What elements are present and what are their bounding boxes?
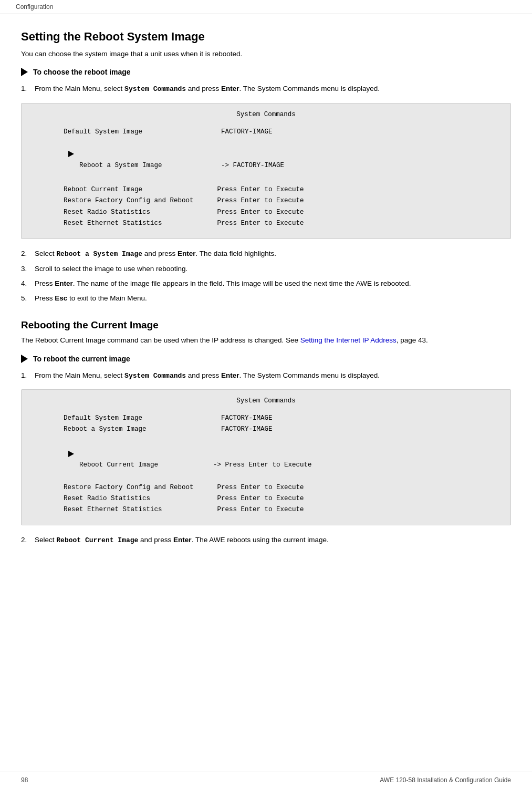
step-num: 1. bbox=[21, 84, 35, 94]
terminal-line: Reboot Current Image Press Enter to Exec… bbox=[48, 184, 500, 195]
step-text: Press Esc to exit to the Main Menu. bbox=[35, 293, 511, 304]
step-text: Select Reboot a System Image and press E… bbox=[35, 248, 511, 260]
terminal-title-2: System Commands bbox=[22, 397, 510, 405]
step-num: 3. bbox=[21, 264, 35, 274]
step-2-1: 1. From the Main Menu, select System Com… bbox=[21, 370, 511, 381]
guide-title: AWE 120-58 Installation & Configuration … bbox=[380, 776, 511, 784]
step-text: Press Enter. The name of the image file … bbox=[35, 278, 511, 289]
step-num: 1. bbox=[21, 370, 35, 381]
code-system-commands: System Commands bbox=[124, 85, 186, 93]
terminal-line: Restore Factory Config and Reboot Press … bbox=[48, 195, 500, 206]
terminal-line: Reboot a System Image FACTORY-IMAGE bbox=[48, 424, 500, 435]
section1-title: Setting the Reboot System Image bbox=[21, 30, 511, 44]
step-1-1: 1. From the Main Menu, select System Com… bbox=[21, 84, 511, 95]
step-num: 2. bbox=[21, 248, 35, 259]
page-content: Setting the Reboot System Image You can … bbox=[0, 14, 532, 575]
section1-intro: You can choose the system image that a u… bbox=[21, 49, 511, 59]
code-reboot-system-image: Reboot a System Image bbox=[56, 250, 142, 258]
step-2-2: 2. Select Reboot Current Image and press… bbox=[21, 535, 511, 546]
section1-steps-2-5: 2. Select Reboot a System Image and pres… bbox=[21, 248, 511, 304]
step-text: From the Main Menu, select System Comman… bbox=[35, 370, 511, 381]
step-num: 4. bbox=[21, 278, 35, 289]
terminal-line: Reset Ethernet Statistics Press Enter to… bbox=[48, 218, 500, 229]
code-reboot-current-image: Reboot Current Image bbox=[56, 536, 138, 544]
page-header: Configuration bbox=[0, 0, 532, 14]
terminal-line: Default System Image FACTORY-IMAGE bbox=[48, 413, 500, 424]
step-num: 5. bbox=[21, 293, 35, 304]
step-1-3: 3. Scroll to select the image to use whe… bbox=[21, 264, 511, 274]
code-system-commands-2: System Commands bbox=[124, 372, 186, 380]
step-text: Select Reboot Current Image and press En… bbox=[35, 535, 511, 546]
page-number: 98 bbox=[21, 776, 28, 784]
bold-enter: Enter bbox=[178, 250, 196, 257]
step-text: Scroll to select the image to use when r… bbox=[35, 264, 511, 274]
bold-enter: Enter bbox=[221, 371, 239, 379]
terminal-line: Reset Ethernet Statistics Press Enter to… bbox=[48, 504, 500, 515]
terminal-line-arrow2: Reboot Current Image -> Press Enter to E… bbox=[48, 438, 500, 482]
bold-esc: Esc bbox=[55, 294, 67, 302]
page-footer: 98 AWE 120-58 Installation & Configurati… bbox=[0, 772, 532, 788]
section2-subheading: To reboot the current image bbox=[21, 355, 511, 363]
step-1-4: 4. Press Enter. The name of the image fi… bbox=[21, 278, 511, 289]
arrow-icon-2 bbox=[21, 355, 28, 363]
terminal-lines-2: Default System Image FACTORY-IMAGE Reboo… bbox=[22, 410, 510, 517]
breadcrumb: Configuration bbox=[16, 3, 53, 11]
step-num: 2. bbox=[21, 535, 35, 545]
terminal-line-arrow: Reboot a System Image -> FACTORY-IMAGE bbox=[48, 138, 500, 182]
section2-steps: 1. From the Main Menu, select System Com… bbox=[21, 370, 511, 381]
arrow-icon-1 bbox=[21, 68, 28, 76]
terminal-line: Default System Image FACTORY-IMAGE bbox=[48, 127, 500, 138]
terminal-line: Reset Radio Statistics Press Enter to Ex… bbox=[48, 207, 500, 218]
bold-enter: Enter bbox=[221, 85, 239, 92]
bold-enter: Enter bbox=[55, 279, 73, 287]
link-setting-ip[interactable]: Setting the Internet IP Address bbox=[300, 336, 397, 344]
section1-subheading-text: To choose the reboot image bbox=[33, 68, 131, 76]
bold-enter: Enter bbox=[173, 536, 192, 544]
section2-steps-2: 2. Select Reboot Current Image and press… bbox=[21, 535, 511, 546]
section2-intro: The Reboot Current Image command can be … bbox=[21, 335, 511, 346]
section2-subheading-text: To reboot the current image bbox=[33, 355, 130, 363]
step-text: From the Main Menu, select System Comman… bbox=[35, 84, 511, 95]
terminal-box-2: System Commands Default System Image FAC… bbox=[21, 389, 511, 525]
section2-title: Rebooting the Current Image bbox=[21, 319, 511, 331]
terminal-lines-1: Default System Image FACTORY-IMAGE Reboo… bbox=[22, 123, 510, 231]
section1-subheading: To choose the reboot image bbox=[21, 68, 511, 76]
terminal-box-1: System Commands Default System Image FAC… bbox=[21, 103, 511, 239]
terminal-title-1: System Commands bbox=[22, 111, 510, 118]
section1-steps: 1. From the Main Menu, select System Com… bbox=[21, 84, 511, 95]
step-1-5: 5. Press Esc to exit to the Main Menu. bbox=[21, 293, 511, 304]
step-1-2: 2. Select Reboot a System Image and pres… bbox=[21, 248, 511, 260]
terminal-line: Reset Radio Statistics Press Enter to Ex… bbox=[48, 493, 500, 504]
terminal-line: Restore Factory Config and Reboot Press … bbox=[48, 482, 500, 493]
